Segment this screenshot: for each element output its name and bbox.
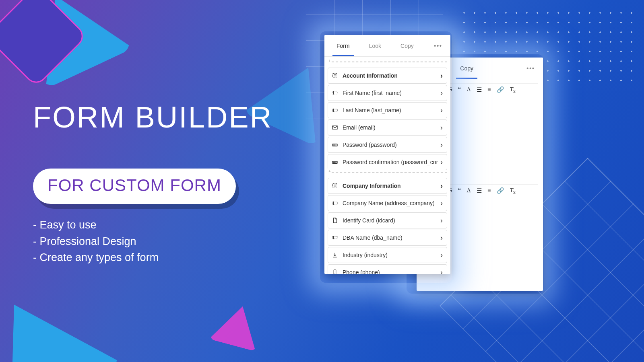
field-label: Company Name (address_company) [343, 200, 438, 206]
tab-copy[interactable]: Copy [391, 35, 423, 56]
field-identify-card[interactable]: Identify Card (idcard) › [328, 212, 447, 228]
align-icon[interactable]: ≡ [487, 86, 491, 95]
hero-subtitle-pill: FOR CUSTOM FORM [33, 169, 236, 204]
hero-bullets: - Easy to use - Professional Design - Cr… [33, 217, 272, 266]
decor-triangle [209, 300, 266, 352]
field-label: DBA Name (dba_name) [343, 234, 438, 241]
field-last-name[interactable]: Last Name (last_name) › [328, 102, 447, 118]
chevron-right-icon: › [440, 158, 443, 167]
file-icon [331, 217, 339, 224]
svg-rect-20 [332, 237, 337, 239]
field-label: Last Name (last_name) [343, 107, 438, 113]
email-icon [331, 124, 339, 131]
field-label: Phone (phone) [343, 269, 438, 274]
svg-point-9 [334, 145, 335, 145]
chevron-right-icon: › [440, 216, 443, 225]
quote-icon[interactable]: ❝ [458, 86, 461, 95]
field-list: Account Information › First Name (first_… [324, 57, 450, 274]
text-field-icon [331, 200, 339, 207]
clear-format-icon[interactable]: Tx [510, 187, 516, 195]
decor-triangle [0, 272, 122, 362]
quote-icon[interactable]: ❝ [458, 187, 461, 195]
field-label: Password (password) [343, 142, 438, 148]
chevron-right-icon: › [440, 106, 443, 115]
svg-rect-5 [332, 109, 337, 111]
align-icon[interactable]: ≡ [487, 187, 491, 195]
text-field-icon [331, 234, 339, 241]
svg-rect-22 [334, 270, 336, 274]
hero-bullet: - Create any types of form [33, 249, 272, 266]
tab-copy[interactable]: Copy [450, 58, 483, 79]
svg-point-12 [334, 162, 334, 162]
insert-marker[interactable] [328, 62, 447, 66]
download-icon [331, 251, 339, 259]
field-label: Email (email) [343, 124, 438, 131]
password-icon [331, 158, 339, 166]
hero-section: FORM BUILDER FOR CUSTOM FORM - Easy to u… [33, 103, 272, 266]
chevron-right-icon: › [440, 72, 443, 80]
text-color-icon[interactable]: A [466, 187, 471, 195]
field-password[interactable]: Password (password) › [328, 137, 447, 153]
password-icon [331, 141, 339, 148]
field-label: First Name (first_name) [343, 90, 438, 96]
clear-format-icon[interactable]: Tx [510, 86, 516, 95]
section-label: Account Information [343, 72, 438, 79]
hero-bullet: - Professional Design [33, 233, 272, 250]
form-builder-panel: Form Look Copy ••• Account Information ›… [324, 35, 450, 274]
section-icon [331, 72, 339, 79]
chevron-right-icon: › [440, 89, 443, 97]
field-phone[interactable]: Phone (phone) › [328, 264, 447, 274]
field-company-name[interactable]: Company Name (address_company) › [328, 195, 447, 211]
tab-look[interactable]: Look [359, 35, 391, 56]
chevron-right-icon: › [440, 234, 443, 242]
tabs-front: Form Look Copy ••• [324, 35, 450, 57]
chevron-right-icon: › [440, 199, 443, 208]
section-account-information[interactable]: Account Information › [328, 68, 447, 84]
field-label: Industry (industry) [343, 252, 438, 258]
tab-form[interactable]: Form [327, 35, 359, 56]
hero-title: FORM BUILDER [33, 103, 272, 132]
field-label: Identify Card (idcard) [343, 217, 438, 224]
chevron-right-icon: › [440, 182, 443, 190]
hero-bullet: - Easy to use [33, 217, 272, 233]
chevron-right-icon: › [440, 251, 443, 259]
section-label: Company Information [343, 183, 438, 189]
svg-point-14 [336, 162, 336, 162]
chevron-right-icon: › [440, 123, 443, 132]
indent-icon[interactable]: ☰ [477, 86, 482, 95]
section-icon [331, 182, 339, 189]
field-password-confirmation[interactable]: Password confirmation (password_confi › [328, 154, 447, 170]
chevron-right-icon: › [440, 141, 443, 149]
indent-icon[interactable]: ☰ [477, 187, 482, 195]
section-company-information[interactable]: Company Information › [328, 178, 447, 194]
chevron-right-icon: › [440, 268, 443, 274]
tab-more-button[interactable]: ••• [428, 43, 448, 49]
insert-marker[interactable] [328, 172, 447, 177]
svg-point-8 [334, 145, 334, 145]
field-first-name[interactable]: First Name (first_name) › [328, 85, 447, 101]
text-field-icon [331, 107, 339, 114]
phone-icon [331, 269, 339, 274]
field-dba-name[interactable]: DBA Name (dba_name) › [328, 230, 447, 246]
text-field-icon [331, 89, 339, 97]
svg-point-10 [336, 145, 336, 145]
link-icon[interactable]: 🔗 [497, 187, 504, 195]
link-icon[interactable]: 🔗 [497, 86, 504, 95]
svg-rect-3 [332, 92, 337, 94]
tab-more-button[interactable]: ••• [521, 65, 541, 72]
field-email[interactable]: Email (email) › [328, 119, 447, 136]
svg-point-13 [334, 162, 335, 162]
field-industry[interactable]: Industry (industry) › [328, 247, 447, 263]
text-color-icon[interactable]: A [466, 86, 471, 95]
field-label: Password confirmation (password_confi [343, 159, 438, 165]
svg-rect-18 [332, 202, 337, 204]
